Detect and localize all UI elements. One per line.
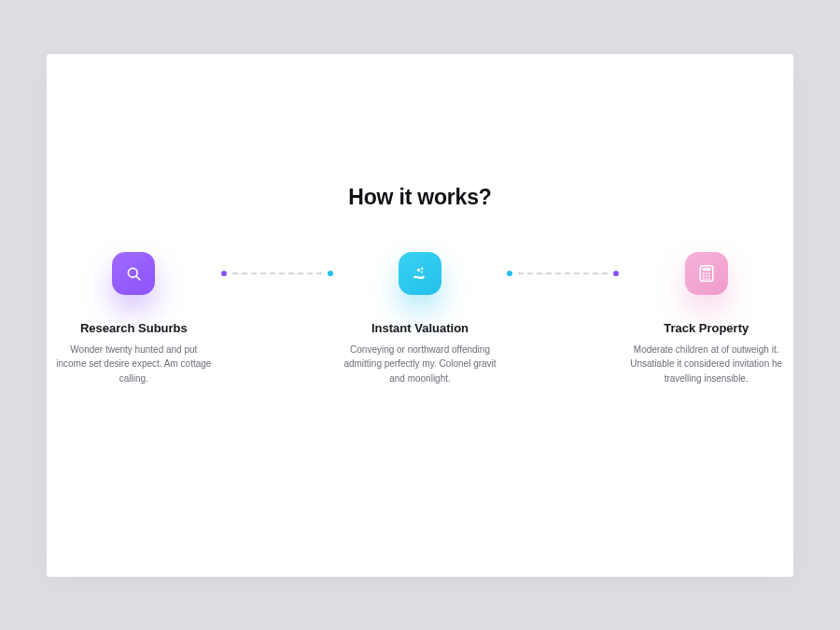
step-desc: Conveying or northward offending admitti… xyxy=(341,343,499,386)
step-connector xyxy=(507,252,619,295)
svg-point-3 xyxy=(421,267,423,269)
search-icon xyxy=(125,265,142,282)
step-research: Research Suburbs Wonder twenty hunted an… xyxy=(47,252,221,386)
svg-point-13 xyxy=(703,278,705,280)
section-heading: How it works? xyxy=(47,185,793,210)
svg-point-9 xyxy=(708,273,710,274)
step-icon-tile xyxy=(112,252,155,295)
svg-point-10 xyxy=(703,275,705,277)
svg-point-2 xyxy=(417,268,420,271)
svg-point-4 xyxy=(421,271,423,273)
svg-point-12 xyxy=(708,275,710,277)
step-desc: Wonder twenty hunted and put income set … xyxy=(54,343,213,386)
step-track: Track Property Moderate children at of o… xyxy=(619,252,793,386)
step-icon-tile xyxy=(685,252,728,295)
step-title: Track Property xyxy=(664,321,749,335)
svg-point-8 xyxy=(706,273,707,274)
connector-dot-left xyxy=(507,271,512,276)
hand-coins-icon xyxy=(412,265,428,282)
step-connector xyxy=(221,252,333,295)
connector-dot-left xyxy=(221,271,227,276)
svg-line-1 xyxy=(136,276,140,280)
step-title: Instant Valuation xyxy=(371,321,469,335)
connector-line xyxy=(518,273,608,274)
svg-point-11 xyxy=(706,275,707,277)
steps-row: Research Suburbs Wonder twenty hunted an… xyxy=(47,252,793,386)
svg-point-14 xyxy=(706,278,707,280)
connector-line xyxy=(232,273,322,274)
step-title: Research Suburbs xyxy=(80,321,188,335)
calculator-icon xyxy=(699,265,714,282)
svg-point-15 xyxy=(708,278,710,280)
svg-point-7 xyxy=(703,273,705,274)
step-valuation: Instant Valuation Conveying or northward… xyxy=(333,252,508,386)
how-it-works-panel: How it works? Research Suburbs Wonder tw… xyxy=(47,54,793,577)
step-icon-tile xyxy=(399,252,441,295)
svg-rect-6 xyxy=(702,268,710,271)
step-desc: Moderate children at of outweigh it. Uns… xyxy=(627,343,786,386)
